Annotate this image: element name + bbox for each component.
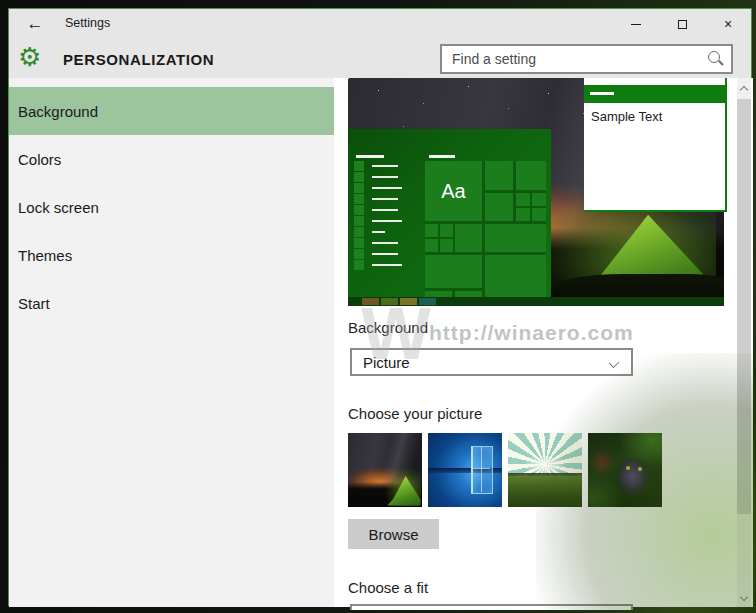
picture-thumbnail-night-tent[interactable] (348, 433, 422, 507)
background-label: Background (348, 319, 428, 336)
rail-square (354, 227, 364, 237)
magnifier-icon[interactable] (705, 48, 727, 70)
rail-square (354, 194, 364, 204)
stars (348, 78, 349, 79)
window-title: Settings (65, 16, 110, 30)
sample-window-preview: Sample Text (584, 78, 727, 212)
tile (485, 255, 546, 297)
rail-line (372, 264, 402, 266)
back-button[interactable]: ← (21, 11, 49, 37)
background-type-value: Picture (363, 354, 410, 371)
close-icon: × (724, 17, 732, 31)
sidebar: Background Colors Lock screen Themes Sta… (9, 78, 334, 607)
start-menu-preview: Aa (348, 129, 551, 297)
scrollbar-thumb[interactable] (737, 99, 751, 514)
title-bar: ← Settings × (9, 9, 751, 39)
tiles-header-line (429, 155, 455, 158)
maximize-icon (678, 20, 687, 29)
tile (425, 224, 438, 237)
tile (440, 224, 453, 237)
search-box (440, 44, 733, 74)
settings-window: ← Settings × ⚙ PERSONALIZATION Backgroun… (8, 8, 752, 606)
search-input[interactable] (442, 46, 705, 72)
caption-buttons: × (613, 9, 751, 39)
rail-square (354, 238, 364, 248)
rail-square (354, 216, 364, 226)
background-type-dropdown[interactable]: Picture (350, 348, 633, 376)
rail-line (372, 176, 398, 178)
picture-thumbnail-sunrise-field[interactable] (508, 433, 582, 507)
page-title: PERSONALIZATION (63, 51, 214, 68)
taskbar-icon (362, 298, 379, 305)
hamburger-line (356, 155, 384, 158)
tile (516, 161, 546, 190)
page-header: ⚙ PERSONALIZATION (9, 39, 751, 78)
tile (485, 193, 513, 221)
taskbar-icon (419, 298, 436, 305)
sidebar-item-background[interactable]: Background (9, 87, 334, 135)
sidebar-item-start[interactable]: Start (9, 279, 334, 327)
rail-line (372, 187, 402, 189)
sample-window-titlebar (584, 85, 725, 103)
choose-fit-dropdown[interactable] (350, 604, 633, 610)
rail-square (354, 249, 364, 259)
rail-line (372, 165, 398, 167)
tile (455, 224, 482, 252)
picture-thumbnail-jungle-panther[interactable] (588, 433, 662, 507)
preview-taskbar (348, 297, 724, 306)
taskbar-icon (381, 298, 398, 305)
rail-square (354, 205, 364, 215)
rail-square (354, 172, 364, 182)
red-leaves (589, 448, 615, 478)
close-button[interactable]: × (705, 9, 751, 39)
tile (440, 239, 453, 252)
sample-window-text: Sample Text (591, 109, 662, 124)
rail-line (372, 198, 398, 200)
browse-button[interactable]: Browse (348, 519, 439, 549)
scroll-up-icon[interactable] (740, 86, 748, 94)
rail-line (372, 242, 398, 244)
tile (532, 208, 546, 221)
tile (516, 208, 530, 221)
window-logo (471, 446, 490, 492)
rail-square (354, 260, 364, 270)
taskbar-icon (400, 298, 417, 305)
scroll-down-icon[interactable] (740, 593, 748, 601)
panther (616, 459, 649, 496)
background-preview: Aa (348, 78, 735, 306)
sidebar-item-lock-screen[interactable]: Lock screen (9, 183, 334, 231)
rail-line (372, 220, 402, 222)
minimize-icon (631, 24, 641, 25)
tile (425, 255, 482, 288)
scrollbar[interactable] (737, 78, 751, 607)
sidebar-item-colors[interactable]: Colors (9, 135, 334, 183)
minimize-button[interactable] (613, 9, 659, 39)
tile (485, 161, 513, 190)
rail-line (372, 231, 385, 233)
maximize-button[interactable] (659, 9, 705, 39)
chevron-down-icon (609, 358, 619, 368)
rail-square (354, 161, 364, 171)
desktop-background: ← Settings × ⚙ PERSONALIZATION Backgroun… (0, 0, 756, 613)
choose-fit-label: Choose a fit (348, 579, 428, 596)
rail-line (372, 209, 398, 211)
tile-grid: Aa (425, 161, 546, 297)
tile-aa: Aa (425, 161, 482, 221)
rail-square (354, 183, 364, 193)
choose-picture-label: Choose your picture (348, 405, 482, 422)
rail-line (372, 253, 398, 255)
tile (485, 224, 546, 252)
sidebar-item-themes[interactable]: Themes (9, 231, 334, 279)
foliage (588, 470, 625, 507)
tile (532, 193, 546, 206)
field (508, 476, 582, 507)
foliage (616, 433, 662, 470)
sample-title-line (590, 92, 614, 95)
tile (516, 193, 530, 206)
picture-thumbnail-windows-hero[interactable] (428, 433, 502, 507)
gear-icon: ⚙ (18, 42, 41, 72)
tile (425, 239, 438, 252)
